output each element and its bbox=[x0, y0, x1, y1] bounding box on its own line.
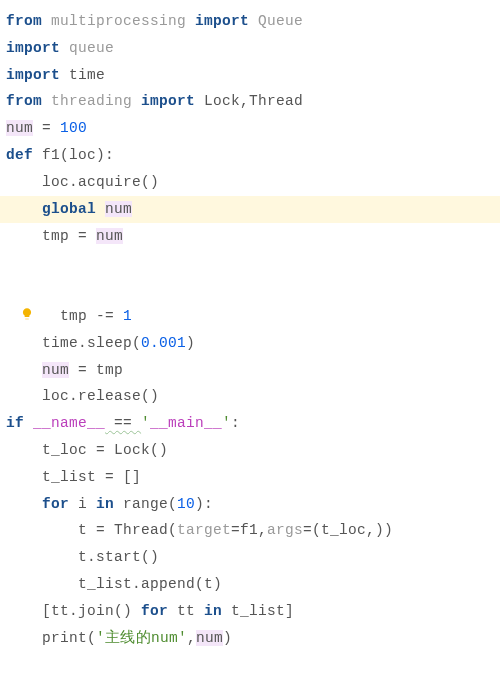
code-line-19: t.start() bbox=[6, 544, 494, 571]
module-time: time bbox=[69, 67, 105, 83]
literal-0001: 0.001 bbox=[141, 335, 186, 351]
assign-list: t_list = [] bbox=[42, 469, 141, 485]
code-line-22: print('主线的num',num) bbox=[6, 625, 494, 652]
list-comp-open: [tt.join() bbox=[42, 603, 141, 619]
str-quote: ' bbox=[141, 415, 150, 431]
call-print-close: ) bbox=[223, 630, 232, 646]
var-num: num bbox=[6, 120, 33, 136]
code-line-10: tmp -= 1 bbox=[6, 249, 494, 329]
call-start: t.start() bbox=[78, 549, 159, 565]
assign-tmp-dec: tmp -= bbox=[60, 308, 123, 324]
code-line-2: import queue bbox=[6, 35, 494, 62]
import-name-queue-class: Queue bbox=[258, 13, 303, 29]
keyword-in: in bbox=[204, 603, 222, 619]
code-line-5: num = 100 bbox=[6, 115, 494, 142]
var-num: num bbox=[105, 201, 132, 217]
call-range-open: range( bbox=[114, 496, 177, 512]
module-queue: queue bbox=[69, 40, 114, 56]
keyword-from: from bbox=[6, 93, 42, 109]
keyword-import: import bbox=[6, 40, 60, 56]
code-line-8: global num bbox=[0, 196, 500, 223]
function-name-f1: f1 bbox=[42, 147, 60, 163]
call-release: loc.release() bbox=[42, 388, 159, 404]
thread-open: t = Thread( bbox=[78, 522, 177, 538]
code-line-4: from threading import Lock,Thread bbox=[6, 88, 494, 115]
str-quote: ' bbox=[222, 415, 231, 431]
module-multiprocessing: multiprocessing bbox=[51, 13, 186, 29]
code-line-14: if __name__ == '__main__': bbox=[6, 410, 494, 437]
code-line-17: for i in range(10): bbox=[6, 491, 494, 518]
colon: : bbox=[231, 415, 240, 431]
call-print-open: print( bbox=[42, 630, 96, 646]
op-eq: = bbox=[33, 120, 60, 136]
keyword-def: def bbox=[6, 147, 33, 163]
keyword-global: global bbox=[42, 201, 96, 217]
code-line-3: import time bbox=[6, 62, 494, 89]
keyword-for: for bbox=[141, 603, 168, 619]
code-line-11: time.sleep(0.001) bbox=[6, 330, 494, 357]
string-literal: '主线的num' bbox=[96, 630, 187, 646]
code-line-6: def f1(loc): bbox=[6, 142, 494, 169]
call-sleep-open: time.sleep( bbox=[42, 335, 141, 351]
for-var: i bbox=[69, 496, 96, 512]
op-eq: == bbox=[105, 415, 141, 431]
call-sleep-close: ) bbox=[186, 335, 195, 351]
var-num: num bbox=[96, 228, 123, 244]
kwarg-args-val: =(t_loc,)) bbox=[303, 522, 393, 538]
keyword-if: if bbox=[6, 415, 24, 431]
call-append: t_list.append(t) bbox=[78, 576, 222, 592]
code-line-13: loc.release() bbox=[6, 383, 494, 410]
lightbulb-icon[interactable] bbox=[20, 253, 34, 267]
assign-from-tmp: = tmp bbox=[69, 362, 123, 378]
keyword-for: for bbox=[42, 496, 69, 512]
code-line-1: from multiprocessing import Queue bbox=[6, 8, 494, 35]
code-line-7: loc.acquire() bbox=[6, 169, 494, 196]
code-line-20: t_list.append(t) bbox=[6, 571, 494, 598]
literal-1: 1 bbox=[123, 308, 132, 324]
code-line-9: tmp = num bbox=[6, 223, 494, 250]
kwarg-target-val: =f1, bbox=[231, 522, 267, 538]
keyword-import: import bbox=[195, 13, 249, 29]
call-range-close: ): bbox=[195, 496, 213, 512]
var-num: num bbox=[42, 362, 69, 378]
code-line-16: t_list = [] bbox=[6, 464, 494, 491]
assign-lock: t_loc = Lock() bbox=[42, 442, 168, 458]
comma: , bbox=[187, 630, 196, 646]
code-line-12: num = tmp bbox=[6, 357, 494, 384]
literal-100: 100 bbox=[60, 120, 87, 136]
code-line-15: t_loc = Lock() bbox=[6, 437, 494, 464]
dunder-main: __main__ bbox=[150, 415, 222, 431]
dunder-name: __name__ bbox=[33, 415, 105, 431]
code-line-21: [tt.join() for tt in t_list] bbox=[6, 598, 494, 625]
keyword-import: import bbox=[6, 67, 60, 83]
assign-tmp: tmp = bbox=[42, 228, 96, 244]
keyword-import: import bbox=[141, 93, 195, 109]
function-args: (loc): bbox=[60, 147, 114, 163]
import-names-lock-thread: Lock,Thread bbox=[204, 93, 303, 109]
call-acquire: loc.acquire() bbox=[42, 174, 159, 190]
code-line-18: t = Thread(target=f1,args=(t_loc,)) bbox=[6, 517, 494, 544]
keyword-in: in bbox=[96, 496, 114, 512]
literal-10: 10 bbox=[177, 496, 195, 512]
module-threading: threading bbox=[51, 93, 132, 109]
var-num: num bbox=[196, 630, 223, 646]
list-comp-var: tt bbox=[168, 603, 204, 619]
list-comp-close: t_list] bbox=[222, 603, 294, 619]
keyword-from: from bbox=[6, 13, 42, 29]
kwarg-args: args bbox=[267, 522, 303, 538]
kwarg-target: target bbox=[177, 522, 231, 538]
